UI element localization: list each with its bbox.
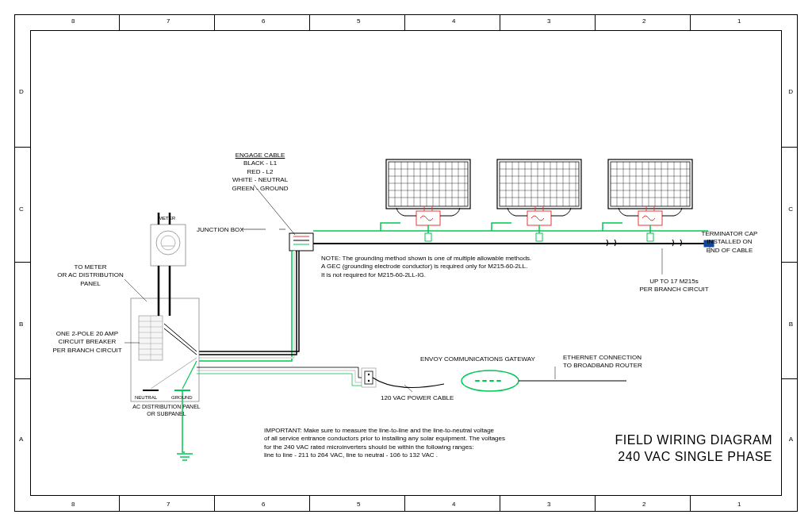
tick bbox=[404, 496, 405, 512]
important-note: IMPORTANT: Make sure to measure the line… bbox=[264, 427, 557, 460]
svg-point-57 bbox=[368, 374, 370, 375]
grounding-note: NOTE: The grounding method shown is one … bbox=[321, 255, 591, 279]
breaker-label: ONE 2-POLE 20 AMP CIRCUIT BREAKER PER BR… bbox=[48, 330, 127, 355]
ground-label: GROUND bbox=[171, 395, 193, 401]
grid-row-B-right: B bbox=[789, 321, 793, 328]
grid-col-6-top: 6 bbox=[262, 18, 265, 25]
to-meter-label: TO METER OR AC DISTRIBUTION PANEL bbox=[51, 263, 130, 288]
grid-col-4-top: 4 bbox=[452, 18, 455, 25]
tick bbox=[500, 14, 500, 30]
grid-col-3-bot: 3 bbox=[547, 501, 550, 508]
branch-label: UP TO 17 M215s PER BRANCH CIRCUIT bbox=[634, 278, 714, 294]
svg-point-58 bbox=[368, 380, 370, 382]
grid-col-2-bot: 2 bbox=[642, 501, 645, 508]
power-cable-label: 120 VAC POWER CABLE bbox=[381, 394, 454, 402]
svg-rect-30 bbox=[289, 233, 313, 251]
engage-cable-label: ENGAGE CABLE BLACK - L1 RED - L2 WHITE -… bbox=[216, 152, 304, 193]
neutral-label: NEUTRAL bbox=[135, 395, 157, 401]
grid-row-D-left: D bbox=[19, 89, 24, 95]
tick bbox=[14, 147, 30, 148]
grid-col-7-top: 7 bbox=[167, 18, 170, 25]
tick bbox=[690, 496, 691, 512]
grid-row-A-left: A bbox=[19, 436, 23, 443]
ethernet-label: ETHERNET CONNECTION TO BROADBAND ROUTER bbox=[563, 354, 642, 371]
grid-row-B-left: B bbox=[19, 321, 23, 328]
grid-col-1-top: 1 bbox=[737, 18, 741, 25]
tick bbox=[500, 496, 500, 512]
grid-col-5-top: 5 bbox=[357, 18, 360, 25]
tick bbox=[782, 378, 798, 379]
tick bbox=[309, 496, 310, 512]
terminator-label: TERMINATOR CAP INSTALLED ON END OF CABLE bbox=[690, 230, 769, 255]
svg-rect-1 bbox=[389, 162, 468, 206]
tick bbox=[595, 496, 596, 512]
grid-col-8-top: 8 bbox=[71, 18, 75, 25]
grid-row-C-right: C bbox=[788, 206, 793, 213]
svg-rect-56 bbox=[365, 371, 373, 384]
grid-col-3-top: 3 bbox=[547, 18, 550, 25]
grid-col-1-bot: 1 bbox=[737, 501, 741, 508]
grid-col-8-bot: 8 bbox=[71, 501, 75, 508]
grid-col-2-top: 2 bbox=[642, 18, 645, 25]
tick bbox=[782, 147, 798, 148]
grid-row-A-right: A bbox=[789, 436, 793, 443]
diagram-title: FIELD WIRING DIAGRAM 240 VAC SINGLE PHAS… bbox=[566, 432, 772, 466]
svg-point-68 bbox=[161, 236, 175, 250]
tick bbox=[14, 262, 30, 263]
tick bbox=[690, 14, 691, 30]
svg-rect-23 bbox=[425, 233, 431, 241]
svg-line-78 bbox=[404, 385, 412, 392]
tick bbox=[119, 14, 120, 30]
svg-rect-19 bbox=[416, 211, 440, 225]
tick bbox=[309, 14, 310, 30]
tick bbox=[214, 496, 215, 512]
grid-row-C-left: C bbox=[19, 206, 24, 213]
tick bbox=[595, 14, 596, 30]
svg-rect-0 bbox=[386, 159, 470, 209]
grid-col-7-bot: 7 bbox=[167, 501, 170, 508]
grid-col-4-bot: 4 bbox=[452, 501, 455, 508]
tick bbox=[782, 262, 798, 263]
panel-label: AC DISTRIBUTION PANEL OR SUBPANEL bbox=[127, 403, 206, 417]
meter-label: METER bbox=[159, 216, 175, 222]
junction-box-label: JUNCTION BOX bbox=[197, 226, 244, 234]
tick bbox=[214, 14, 215, 30]
tick bbox=[14, 378, 30, 379]
grid-row-D-right: D bbox=[788, 89, 793, 95]
tick bbox=[404, 14, 405, 30]
envoy-label: ENVOY COMMUNICATIONS GATEWAY bbox=[420, 355, 535, 363]
grid-col-6-bot: 6 bbox=[262, 501, 265, 508]
grid-col-5-bot: 5 bbox=[357, 501, 360, 508]
tick bbox=[119, 496, 120, 512]
